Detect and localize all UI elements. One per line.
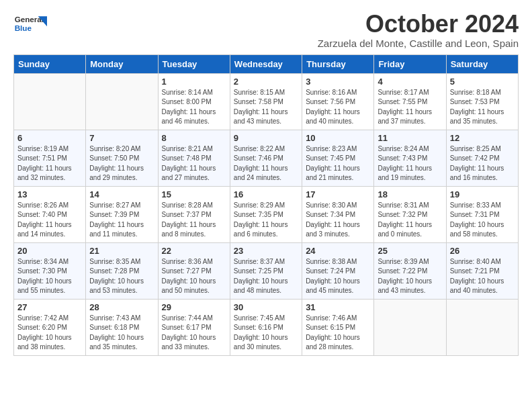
table-row: 11Sunrise: 8:24 AMSunset: 7:43 PMDayligh…: [374, 130, 446, 186]
day-info: Sunrise: 8:37 AMSunset: 7:25 PMDaylight:…: [234, 257, 298, 296]
day-number: 13: [17, 189, 82, 199]
table-row: 14Sunrise: 8:27 AMSunset: 7:39 PMDayligh…: [86, 186, 158, 242]
table-row: 29Sunrise: 7:44 AMSunset: 6:17 PMDayligh…: [158, 299, 230, 355]
weekday-header-friday: Friday: [374, 54, 446, 73]
table-row: 4Sunrise: 8:17 AMSunset: 7:55 PMDaylight…: [374, 73, 446, 130]
day-number: 8: [162, 133, 226, 143]
day-info: Sunrise: 8:24 AMSunset: 7:43 PMDaylight:…: [378, 144, 442, 183]
table-row: 18Sunrise: 8:31 AMSunset: 7:32 PMDayligh…: [374, 186, 446, 242]
day-info: Sunrise: 8:34 AMSunset: 7:30 PMDaylight:…: [17, 257, 82, 296]
table-row: [86, 73, 158, 130]
day-info: Sunrise: 7:45 AMSunset: 6:16 PMDaylight:…: [234, 314, 298, 353]
day-info: Sunrise: 8:23 AMSunset: 7:45 PMDaylight:…: [306, 144, 370, 183]
table-row: 13Sunrise: 8:26 AMSunset: 7:40 PMDayligh…: [14, 186, 86, 242]
table-row: 9Sunrise: 8:22 AMSunset: 7:46 PMDaylight…: [230, 130, 302, 186]
day-info: Sunrise: 8:21 AMSunset: 7:48 PMDaylight:…: [162, 144, 226, 183]
day-info: Sunrise: 8:39 AMSunset: 7:22 PMDaylight:…: [378, 257, 442, 296]
day-number: 10: [306, 133, 370, 143]
day-info: Sunrise: 8:20 AMSunset: 7:50 PMDaylight:…: [89, 144, 154, 183]
day-info: Sunrise: 7:43 AMSunset: 6:18 PMDaylight:…: [89, 314, 154, 353]
day-info: Sunrise: 7:42 AMSunset: 6:20 PMDaylight:…: [17, 314, 82, 353]
table-row: 15Sunrise: 8:28 AMSunset: 7:37 PMDayligh…: [158, 186, 230, 242]
day-number: 23: [234, 246, 298, 256]
calendar-wrapper: SundayMondayTuesdayWednesdayThursdayFrid…: [0, 54, 532, 367]
day-info: Sunrise: 8:22 AMSunset: 7:46 PMDaylight:…: [234, 144, 298, 183]
logo: General Blue: [13, 11, 47, 38]
calendar-table: SundayMondayTuesdayWednesdayThursdayFrid…: [13, 54, 519, 356]
day-info: Sunrise: 7:46 AMSunset: 6:15 PMDaylight:…: [306, 314, 370, 353]
day-number: 15: [162, 189, 226, 199]
week-row-0: 1Sunrise: 8:14 AMSunset: 8:00 PMDaylight…: [14, 73, 519, 130]
day-number: 7: [89, 133, 154, 143]
day-number: 4: [378, 77, 442, 87]
day-info: Sunrise: 8:31 AMSunset: 7:32 PMDaylight:…: [378, 201, 442, 240]
title-section: October 2024 Zarzuela del Monte, Castill…: [318, 11, 519, 49]
day-number: 30: [234, 302, 298, 312]
table-row: [374, 299, 446, 355]
day-info: Sunrise: 8:35 AMSunset: 7:28 PMDaylight:…: [89, 257, 154, 296]
calendar-body: 1Sunrise: 8:14 AMSunset: 8:00 PMDaylight…: [14, 73, 519, 355]
day-info: Sunrise: 8:16 AMSunset: 7:56 PMDaylight:…: [306, 88, 370, 127]
table-row: 27Sunrise: 7:42 AMSunset: 6:20 PMDayligh…: [14, 299, 86, 355]
table-row: 26Sunrise: 8:40 AMSunset: 7:21 PMDayligh…: [446, 242, 518, 299]
svg-text:Blue: Blue: [15, 24, 32, 32]
day-number: 14: [89, 189, 154, 199]
day-number: 11: [378, 133, 442, 143]
day-info: Sunrise: 8:28 AMSunset: 7:37 PMDaylight:…: [162, 201, 226, 240]
day-info: Sunrise: 8:33 AMSunset: 7:31 PMDaylight:…: [450, 201, 515, 240]
day-number: 12: [450, 133, 515, 143]
logo-icon: General Blue: [13, 11, 47, 38]
week-row-2: 13Sunrise: 8:26 AMSunset: 7:40 PMDayligh…: [14, 186, 519, 242]
table-row: 3Sunrise: 8:16 AMSunset: 7:56 PMDaylight…: [302, 73, 374, 130]
day-number: 5: [450, 77, 515, 87]
day-number: 3: [306, 77, 370, 87]
month-title: October 2024: [318, 11, 519, 38]
table-row: [446, 299, 518, 355]
table-row: 22Sunrise: 8:36 AMSunset: 7:27 PMDayligh…: [158, 242, 230, 299]
day-number: 26: [450, 246, 515, 256]
day-number: 1: [162, 77, 226, 87]
weekday-header-sunday: Sunday: [14, 54, 86, 73]
day-number: 31: [306, 302, 370, 312]
week-row-4: 27Sunrise: 7:42 AMSunset: 6:20 PMDayligh…: [14, 299, 519, 355]
table-row: 19Sunrise: 8:33 AMSunset: 7:31 PMDayligh…: [446, 186, 518, 242]
table-row: 24Sunrise: 8:38 AMSunset: 7:24 PMDayligh…: [302, 242, 374, 299]
table-row: 7Sunrise: 8:20 AMSunset: 7:50 PMDaylight…: [86, 130, 158, 186]
location-subtitle: Zarzuela del Monte, Castille and Leon, S…: [318, 38, 519, 49]
day-number: 9: [234, 133, 298, 143]
weekday-header-saturday: Saturday: [446, 54, 518, 73]
table-row: 12Sunrise: 8:25 AMSunset: 7:42 PMDayligh…: [446, 130, 518, 186]
day-info: Sunrise: 8:36 AMSunset: 7:27 PMDaylight:…: [162, 257, 226, 296]
day-number: 22: [162, 246, 226, 256]
page-header: General Blue October 2024 Zarzuela del M…: [0, 0, 532, 54]
day-number: 19: [450, 189, 515, 199]
day-number: 17: [306, 189, 370, 199]
day-number: 16: [234, 189, 298, 199]
day-number: 20: [17, 246, 82, 256]
weekday-header-tuesday: Tuesday: [158, 54, 230, 73]
table-row: 1Sunrise: 8:14 AMSunset: 8:00 PMDaylight…: [158, 73, 230, 130]
day-number: 24: [306, 246, 370, 256]
weekday-header-wednesday: Wednesday: [230, 54, 302, 73]
day-info: Sunrise: 8:25 AMSunset: 7:42 PMDaylight:…: [450, 144, 515, 183]
week-row-3: 20Sunrise: 8:34 AMSunset: 7:30 PMDayligh…: [14, 242, 519, 299]
day-number: 2: [234, 77, 298, 87]
day-info: Sunrise: 8:40 AMSunset: 7:21 PMDaylight:…: [450, 257, 515, 296]
table-row: 17Sunrise: 8:30 AMSunset: 7:34 PMDayligh…: [302, 186, 374, 242]
table-row: 25Sunrise: 8:39 AMSunset: 7:22 PMDayligh…: [374, 242, 446, 299]
day-info: Sunrise: 8:18 AMSunset: 7:53 PMDaylight:…: [450, 88, 515, 127]
day-info: Sunrise: 8:29 AMSunset: 7:35 PMDaylight:…: [234, 201, 298, 240]
table-row: 28Sunrise: 7:43 AMSunset: 6:18 PMDayligh…: [86, 299, 158, 355]
weekday-header-row: SundayMondayTuesdayWednesdayThursdayFrid…: [14, 54, 519, 73]
day-info: Sunrise: 7:44 AMSunset: 6:17 PMDaylight:…: [162, 314, 226, 353]
table-row: 5Sunrise: 8:18 AMSunset: 7:53 PMDaylight…: [446, 73, 518, 130]
day-info: Sunrise: 8:27 AMSunset: 7:39 PMDaylight:…: [89, 201, 154, 240]
weekday-header-monday: Monday: [86, 54, 158, 73]
table-row: 2Sunrise: 8:15 AMSunset: 7:58 PMDaylight…: [230, 73, 302, 130]
day-info: Sunrise: 8:17 AMSunset: 7:55 PMDaylight:…: [378, 88, 442, 127]
table-row: 10Sunrise: 8:23 AMSunset: 7:45 PMDayligh…: [302, 130, 374, 186]
table-row: 8Sunrise: 8:21 AMSunset: 7:48 PMDaylight…: [158, 130, 230, 186]
table-row: 6Sunrise: 8:19 AMSunset: 7:51 PMDaylight…: [14, 130, 86, 186]
day-number: 18: [378, 189, 442, 199]
table-row: [14, 73, 86, 130]
